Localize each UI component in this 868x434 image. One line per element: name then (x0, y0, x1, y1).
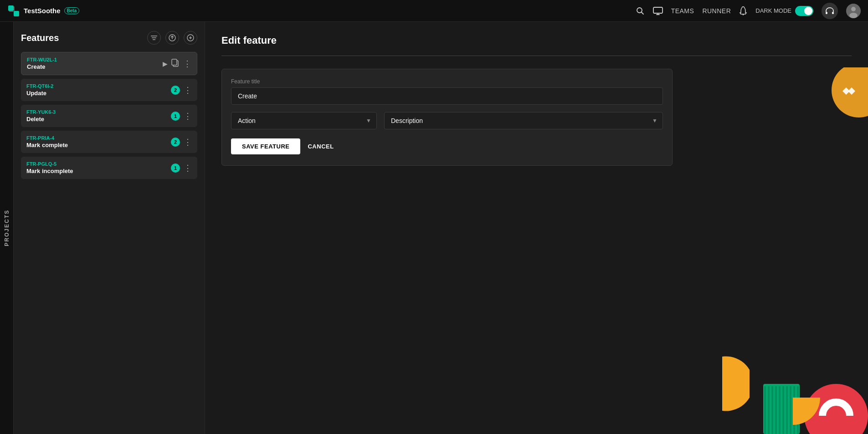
logo-icon (7, 5, 20, 17)
teams-nav[interactable]: TEAMS (671, 7, 694, 15)
feature-item[interactable]: FTR-PRIA-4 Mark complete 2 ⋮ (21, 131, 197, 153)
feature-badge: 2 (171, 86, 180, 95)
description-select[interactable]: Description (384, 112, 663, 129)
topnav-icons: TEAMS RUNNER DARK MODE (636, 3, 861, 19)
svg-line-5 (641, 12, 643, 14)
features-header: Features (21, 31, 197, 45)
features-title: Features (21, 33, 59, 43)
feature-id: FTR-WU2L-1 (27, 57, 159, 62)
feature-item-info: FTR-QT6I-2 Update (26, 83, 167, 97)
action-select[interactable]: Action (231, 112, 377, 129)
runner-nav[interactable]: RUNNER (702, 7, 731, 15)
feature-item-info: FTR-WU2L-1 Create (27, 57, 159, 70)
svg-rect-3 (14, 6, 15, 11)
features-panel: Features (14, 22, 205, 434)
more-options-icon[interactable]: ⋮ (184, 112, 192, 120)
main-layout: PROJECTS Features (0, 22, 868, 434)
description-select-wrapper: Description ▼ (384, 112, 663, 129)
feature-name: Mark incomplete (26, 168, 167, 174)
more-options-icon[interactable]: ⋮ (184, 138, 192, 146)
feature-badge: 2 (171, 138, 180, 147)
headphone-button[interactable] (822, 3, 838, 19)
feature-badge: 1 (171, 112, 180, 121)
feature-item[interactable]: FTR-PGLQ-5 Mark incomplete 1 ⋮ (21, 157, 197, 179)
svg-point-13 (851, 7, 856, 11)
toggle-knob (804, 7, 812, 15)
toggle-switch[interactable] (795, 6, 813, 16)
edit-feature-title: Edit feature (221, 35, 852, 46)
feature-id: FTR-PRIA-4 (26, 135, 167, 141)
form-actions: SAVE FEATURE CANCEL (231, 138, 663, 154)
form-row: Action ▼ Description ▼ (231, 112, 663, 129)
projects-sidebar[interactable]: PROJECTS (0, 22, 14, 434)
more-options-icon[interactable]: ⋮ (183, 60, 191, 68)
svg-rect-10 (826, 12, 827, 14)
app-logo[interactable]: TestSoothe Beta (7, 5, 79, 17)
svg-rect-6 (653, 7, 663, 13)
more-options-icon[interactable]: ⋮ (184, 164, 192, 172)
feature-name: Create (27, 63, 159, 70)
svg-rect-0 (8, 5, 14, 11)
feature-id: FTR-QT6I-2 (26, 83, 167, 89)
feature-item-info: FTR-YUK6-3 Delete (26, 109, 167, 123)
svg-point-14 (849, 13, 858, 18)
feature-title-input[interactable] (231, 87, 663, 105)
app-name: TestSoothe (24, 7, 61, 15)
top-navigation: TestSoothe Beta TEAMS RUNNER DARK (0, 0, 868, 22)
search-icon[interactable] (636, 6, 645, 15)
feature-name: Delete (26, 116, 167, 123)
svg-point-39 (804, 384, 868, 434)
feature-item[interactable]: FTR-QT6I-2 Update 2 ⋮ (21, 79, 197, 101)
feature-item[interactable]: FTR-WU2L-1 Create ▶ ⋮ (21, 52, 197, 75)
dark-mode-label: DARK MODE (755, 7, 791, 14)
feature-item-info: FTR-PGLQ-5 Mark incomplete (26, 161, 167, 174)
decorative-shape-top-right (813, 67, 868, 122)
feature-item-info: FTR-PRIA-4 Mark complete (26, 135, 167, 148)
dark-mode-toggle[interactable]: DARK MODE (755, 6, 813, 16)
svg-rect-28 (763, 384, 800, 434)
add-feature-button[interactable] (184, 31, 197, 45)
svg-point-25 (832, 67, 868, 117)
display-icon[interactable] (653, 7, 663, 15)
svg-rect-1 (14, 11, 19, 16)
more-options-icon[interactable]: ⋮ (184, 86, 192, 94)
copy-icon[interactable] (171, 59, 180, 68)
svg-marker-27 (848, 87, 855, 95)
user-avatar[interactable] (846, 4, 861, 18)
edit-panel: Edit feature Feature title Action ▼ Desc… (205, 22, 868, 434)
feature-title-label: Feature title (231, 78, 663, 85)
notification-icon[interactable] (739, 6, 747, 15)
play-icon[interactable]: ▶ (163, 60, 168, 67)
svg-rect-2 (9, 11, 14, 12)
features-actions (147, 31, 197, 45)
svg-rect-11 (832, 12, 834, 14)
feature-form: Feature title Action ▼ Description ▼ S (221, 69, 673, 166)
projects-label: PROJECTS (4, 209, 10, 246)
save-feature-button[interactable]: SAVE FEATURE (231, 138, 300, 154)
feature-id: FTR-PGLQ-5 (26, 161, 167, 167)
divider (221, 56, 852, 56)
svg-rect-24 (172, 59, 177, 65)
feature-id: FTR-YUK6-3 (26, 109, 167, 115)
filter-button[interactable] (147, 31, 161, 45)
feature-badge: 1 (171, 163, 180, 173)
svg-marker-26 (842, 87, 850, 95)
feature-name: Update (26, 90, 167, 97)
upload-button[interactable] (165, 31, 179, 45)
action-select-wrapper: Action ▼ (231, 112, 377, 129)
feature-item[interactable]: FTR-YUK6-3 Delete 1 ⋮ (21, 105, 197, 127)
feature-name: Mark complete (26, 142, 167, 148)
svg-point-9 (743, 14, 744, 15)
decorative-shapes-bottom-right (722, 306, 868, 434)
cancel-button[interactable]: CANCEL (308, 143, 334, 150)
beta-badge: Beta (64, 7, 80, 14)
